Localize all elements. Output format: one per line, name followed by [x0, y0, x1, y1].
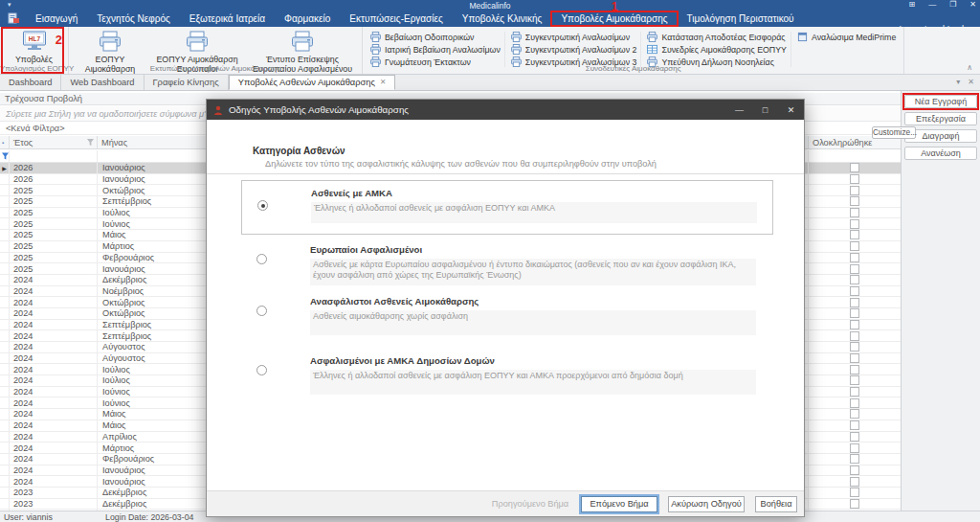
patient-category-option-1[interactable]: Ασθενείς με ΑΜΚΑΈλληνες ή αλλοδαποί ασθε…: [241, 180, 773, 235]
side-button-1[interactable]: Νέα Εγγραφή: [904, 95, 977, 108]
completed-checkbox[interactable]: [850, 465, 859, 475]
cell-year: 2025: [10, 241, 98, 252]
completed-checkbox[interactable]: [850, 365, 859, 374]
row-indicator: [0, 420, 10, 431]
cell-year: 2026: [10, 163, 98, 173]
restore-icon[interactable]: ❐: [949, 0, 956, 9]
cell-completed: [809, 409, 901, 420]
menu-item-Τεχνητός Νεφρός[interactable]: Τεχνητός Νεφρός: [87, 11, 180, 27]
completed-checkbox[interactable]: [850, 420, 859, 430]
customize-button[interactable]: Customize...: [872, 126, 916, 139]
completed-checkbox[interactable]: [850, 432, 859, 442]
previous-step-button[interactable]: Προηγούμενο Βήμα: [490, 496, 570, 512]
completed-checkbox[interactable]: [850, 230, 859, 239]
completed-checkbox[interactable]: [850, 320, 859, 329]
app-icon[interactable]: [8, 12, 20, 26]
ribbon-item[interactable]: Συγκεντρωτική Αναλωσίμων 2: [511, 44, 637, 55]
patient-category-option-2[interactable]: Ευρωπαίοι ΑσφαλισμένοιΑσθενείς με κάρτα …: [241, 244, 773, 285]
wizard-icon: [213, 105, 223, 115]
ribbon-item[interactable]: Συγκεντρωτική Αναλωσίμων: [511, 32, 637, 42]
menu-item-Τιμολόγηση Περιστατικού[interactable]: Τιμολόγηση Περιστατικού: [678, 11, 804, 27]
cell-completed: [809, 185, 901, 195]
minimize-icon[interactable]: —: [928, 0, 936, 9]
tab-Υποβολές Ασθενών Αιμοκάθαρσης[interactable]: Υποβολές Ασθενών Αιμοκάθαρσης✕: [229, 75, 395, 90]
radio-button[interactable]: [257, 200, 268, 211]
column-header-year[interactable]: Έτος: [10, 136, 98, 148]
cell-year: 2024: [10, 308, 98, 319]
menu-item-Υποβολές Κλινικής[interactable]: Υποβολές Κλινικής: [453, 11, 552, 27]
close-icon[interactable]: ✕: [968, 78, 974, 86]
next-step-button[interactable]: Επόμενο Βήμα: [581, 496, 657, 512]
radio-button[interactable]: [256, 254, 267, 264]
tab-close-icon[interactable]: ✕: [380, 75, 386, 90]
row-indicator: [0, 297, 10, 307]
ribbon-item[interactable]: Κατάσταση Αποδοτέας Εισφοράς: [647, 32, 787, 42]
cell-completed: [809, 432, 901, 443]
completed-checkbox[interactable]: [850, 219, 859, 229]
side-button-4[interactable]: Ανανέωση: [904, 147, 977, 160]
menu-item-Εξωτερικά Ιατρεία[interactable]: Εξωτερικά Ιατρεία: [180, 11, 275, 27]
completed-checkbox[interactable]: [850, 174, 859, 184]
completed-checkbox[interactable]: [850, 196, 859, 206]
menu-item-Εκτυπώσεις-Εργασίες[interactable]: Εκτυπώσεις-Εργασίες: [340, 11, 452, 27]
printer-icon: [99, 31, 122, 54]
close-icon[interactable]: ✕: [969, 0, 976, 9]
ribbon-collapse-icon[interactable]: ∧: [967, 63, 972, 72]
cancel-wizard-button[interactable]: Ακύρωση Οδηγού: [668, 496, 745, 512]
ribbon-item[interactable]: Συνεδρίες Αιμοκάθαρσης ΕΟΠΥΥ: [647, 44, 787, 55]
maximize-icon[interactable]: □: [752, 100, 778, 120]
dialog-title-bar[interactable]: Οδηγός Υποβολής Ασθενών Αιμοκάθαρσης — □…: [207, 100, 804, 120]
completed-checkbox[interactable]: [850, 275, 859, 284]
completed-checkbox[interactable]: [850, 308, 859, 318]
menu-item-Υποβολές Αιμοκάθαρσης[interactable]: Υποβολές Αιμοκάθαρσης1: [551, 11, 677, 27]
completed-checkbox[interactable]: [850, 253, 859, 262]
completed-checkbox[interactable]: [850, 409, 859, 419]
completed-checkbox[interactable]: [850, 443, 859, 453]
ypovoles-button[interactable]: HL7 Υποβολές: [15, 29, 53, 65]
completed-checkbox[interactable]: [850, 241, 859, 251]
completed-checkbox[interactable]: [850, 499, 859, 509]
row-indicator-header: ▪: [0, 136, 10, 148]
ribbon-button-3[interactable]: Έντυπο Επίσκεψης Ευρωπαίου Ασφαλισμένου: [249, 29, 356, 65]
completed-checkbox[interactable]: [850, 331, 859, 341]
completed-checkbox[interactable]: [850, 454, 859, 464]
completed-checkbox[interactable]: [850, 375, 859, 385]
option-description: Ασθενείς με κάρτα Ευρωπαίου ασφαλισμένου…: [310, 259, 756, 285]
close-icon[interactable]: ✕: [778, 100, 804, 120]
side-button-2[interactable]: Επεξεργασία: [904, 112, 977, 125]
ribbon-button-2[interactable]: ΕΟΠΥΥ Αιμοκάθαρση Ευρωπαίοι: [149, 29, 245, 65]
completed-checkbox[interactable]: [850, 342, 859, 352]
completed-checkbox[interactable]: [850, 488, 859, 497]
completed-checkbox[interactable]: [850, 264, 859, 274]
option-title: Ασθενείς με ΑΜΚΑ: [311, 188, 772, 198]
tab-Web Dashboard[interactable]: Web Dashboard: [61, 75, 144, 90]
completed-checkbox[interactable]: [850, 208, 859, 217]
ribbon-item[interactable]: Ιατρική Βεβαίωση Αναλωσίμων: [370, 44, 501, 55]
tab-label: Γραφείο Κίνησης: [153, 78, 219, 87]
cell-completed: [809, 364, 901, 374]
completed-checkbox[interactable]: [850, 477, 859, 487]
tab-Dashboard[interactable]: Dashboard: [0, 75, 61, 90]
cell-year: 2025: [10, 185, 98, 195]
completed-checkbox[interactable]: [850, 186, 859, 195]
completed-checkbox[interactable]: [850, 163, 859, 172]
completed-checkbox[interactable]: [850, 387, 859, 397]
radio-button[interactable]: [256, 306, 267, 316]
radio-button[interactable]: [256, 365, 267, 375]
patient-category-option-3[interactable]: Ανασφάλιστοι Ασθενείς ΑιμοκάθαρσηςΑσθενε…: [241, 296, 773, 335]
ribbon-item[interactable]: Αναλώσιμα MediPrime: [797, 32, 896, 42]
help-button[interactable]: Βοήθεια: [755, 496, 797, 512]
completed-checkbox[interactable]: [850, 353, 859, 363]
ribbon-item[interactable]: Βεβαίωση Οδοιπορικών: [370, 32, 501, 42]
completed-checkbox[interactable]: [850, 286, 859, 296]
ribbon-button-1[interactable]: ΕΟΠΥΥ Αιμοκάθαρση: [75, 29, 145, 65]
minimize-icon[interactable]: —: [726, 100, 752, 120]
patient-category-option-4[interactable]: Ασφαλισμένοι με ΑΜΚΑ Δημοσίων ΔομώνΈλλην…: [241, 355, 773, 395]
completed-checkbox[interactable]: [850, 298, 859, 307]
tab-Γραφείο Κίνησης[interactable]: Γραφείο Κίνησης: [145, 75, 229, 90]
chevron-down-icon[interactable]: ▾: [956, 78, 960, 86]
menu-item-Εισαγωγή[interactable]: Εισαγωγή: [26, 11, 87, 27]
completed-checkbox[interactable]: [850, 398, 859, 408]
ribbon-options-icon[interactable]: ⊞: [908, 0, 915, 9]
menu-item-Φαρμακείο[interactable]: Φαρμακείο: [275, 11, 340, 27]
